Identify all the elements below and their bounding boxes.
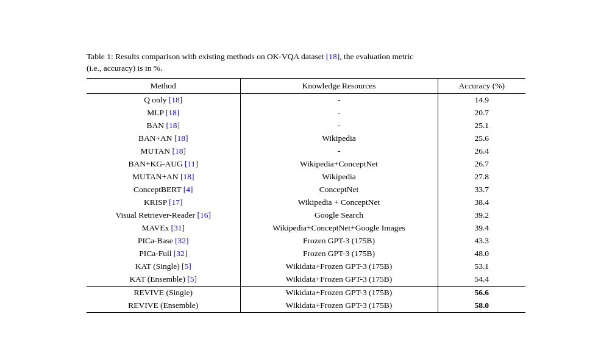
caption-prefix: Table 1: Results comparison with existin…: [87, 52, 326, 61]
cell-method: MAVEx [31]: [87, 222, 240, 235]
table-row: MAVEx [31]Wikipedia+ConceptNet+Google Im…: [87, 222, 525, 235]
cell-knowledge: Wikipedia + ConceptNet: [240, 196, 438, 209]
cell-knowledge: -: [240, 120, 438, 132]
cell-knowledge: Wikidata+Frozen GPT-3 (175B): [240, 260, 438, 273]
cell-method-revive: REVIVE (Ensemble): [87, 299, 240, 313]
table-row: KAT (Ensemble) [5]Wikidata+Frozen GPT-3 …: [87, 273, 525, 287]
cell-accuracy-revive: 56.6: [438, 286, 525, 299]
table-row: BAN [18]-25.1: [87, 120, 525, 132]
cell-knowledge: Wikidata+Frozen GPT-3 (175B): [240, 273, 438, 287]
cell-accuracy: 43.3: [438, 235, 525, 248]
cell-knowledge: -: [240, 107, 438, 120]
cell-method: PICa-Base [32]: [87, 235, 240, 248]
cell-knowledge: -: [240, 93, 438, 107]
table-row: PICa-Full [32]Frozen GPT-3 (175B)48.0: [87, 248, 525, 260]
cell-accuracy: 38.4: [438, 196, 525, 209]
cell-knowledge: Wikipedia+ConceptNet: [240, 158, 438, 171]
cell-method: ConceptBERT [4]: [87, 184, 240, 196]
cell-accuracy: 53.1: [438, 260, 525, 273]
cell-method: Visual Retriever-Reader [16]: [87, 209, 240, 222]
cell-knowledge: Frozen GPT-3 (175B): [240, 248, 438, 260]
cell-method: MUTAN+AN [18]: [87, 171, 240, 184]
cell-accuracy: 48.0: [438, 248, 525, 260]
cell-knowledge: Wikipedia: [240, 132, 438, 145]
table-header-row: Method Knowledge Resources Accuracy (%): [87, 78, 525, 93]
cell-accuracy: 25.6: [438, 132, 525, 145]
table-row: PICa-Base [32]Frozen GPT-3 (175B)43.3: [87, 235, 525, 248]
table-row-revive: REVIVE (Single)Wikidata+Frozen GPT-3 (17…: [87, 286, 525, 299]
header-knowledge: Knowledge Resources: [240, 78, 438, 93]
cell-method: MUTAN [18]: [87, 145, 240, 158]
cell-method: BAN+AN [18]: [87, 132, 240, 145]
results-table: Method Knowledge Resources Accuracy (%) …: [87, 78, 525, 313]
cell-knowledge: Wikipedia+ConceptNet+Google Images: [240, 222, 438, 235]
cell-method: KAT (Single) [5]: [87, 260, 240, 273]
table-row: MUTAN+AN [18]Wikipedia27.8: [87, 171, 525, 184]
table-row: MLP [18]-20.7: [87, 107, 525, 120]
cell-knowledge: Google Search: [240, 209, 438, 222]
cell-accuracy: 33.7: [438, 184, 525, 196]
cell-accuracy-revive: 58.0: [438, 299, 525, 313]
header-method: Method: [87, 78, 240, 93]
caption-line2: (i.e., accuracy) is in %.: [87, 63, 162, 73]
cell-knowledge-revive: Wikidata+Frozen GPT-3 (175B): [240, 299, 438, 313]
cell-knowledge-revive: Wikidata+Frozen GPT-3 (175B): [240, 286, 438, 299]
table-row: MUTAN [18]-26.4: [87, 145, 525, 158]
cell-knowledge: Frozen GPT-3 (175B): [240, 235, 438, 248]
table-row: KRISP [17]Wikipedia + ConceptNet38.4: [87, 196, 525, 209]
cell-method: BAN [18]: [87, 120, 240, 132]
table-caption: Table 1: Results comparison with existin…: [87, 51, 525, 74]
table-row: ConceptBERT [4]ConceptNet33.7: [87, 184, 525, 196]
cell-method: KAT (Ensemble) [5]: [87, 273, 240, 287]
cell-method: PICa-Full [32]: [87, 248, 240, 260]
cell-method: Q only [18]: [87, 93, 240, 107]
cell-method: KRISP [17]: [87, 196, 240, 209]
cell-accuracy: 54.4: [438, 273, 525, 287]
cell-knowledge: ConceptNet: [240, 184, 438, 196]
table-row: Visual Retriever-Reader [16]Google Searc…: [87, 209, 525, 222]
cell-knowledge: -: [240, 145, 438, 158]
cell-accuracy: 20.7: [438, 107, 525, 120]
cell-accuracy: 39.4: [438, 222, 525, 235]
table-row: KAT (Single) [5]Wikidata+Frozen GPT-3 (1…: [87, 260, 525, 273]
table-row: BAN+AN [18]Wikipedia25.6: [87, 132, 525, 145]
table-container: Table 1: Results comparison with existin…: [87, 51, 525, 313]
table-row: BAN+KG-AUG [11]Wikipedia+ConceptNet26.7: [87, 158, 525, 171]
header-accuracy: Accuracy (%): [438, 78, 525, 93]
caption-ref1: [18]: [326, 52, 340, 61]
table-row-revive: REVIVE (Ensemble)Wikidata+Frozen GPT-3 (…: [87, 299, 525, 313]
table-row: Q only [18]-14.9: [87, 93, 525, 107]
cell-accuracy: 27.8: [438, 171, 525, 184]
cell-method-revive: REVIVE (Single): [87, 286, 240, 299]
caption-suffix: , the evaluation metric: [340, 52, 413, 61]
cell-accuracy: 26.7: [438, 158, 525, 171]
cell-accuracy: 26.4: [438, 145, 525, 158]
cell-method: BAN+KG-AUG [11]: [87, 158, 240, 171]
cell-method: MLP [18]: [87, 107, 240, 120]
cell-knowledge: Wikipedia: [240, 171, 438, 184]
cell-accuracy: 25.1: [438, 120, 525, 132]
cell-accuracy: 14.9: [438, 93, 525, 107]
cell-accuracy: 39.2: [438, 209, 525, 222]
